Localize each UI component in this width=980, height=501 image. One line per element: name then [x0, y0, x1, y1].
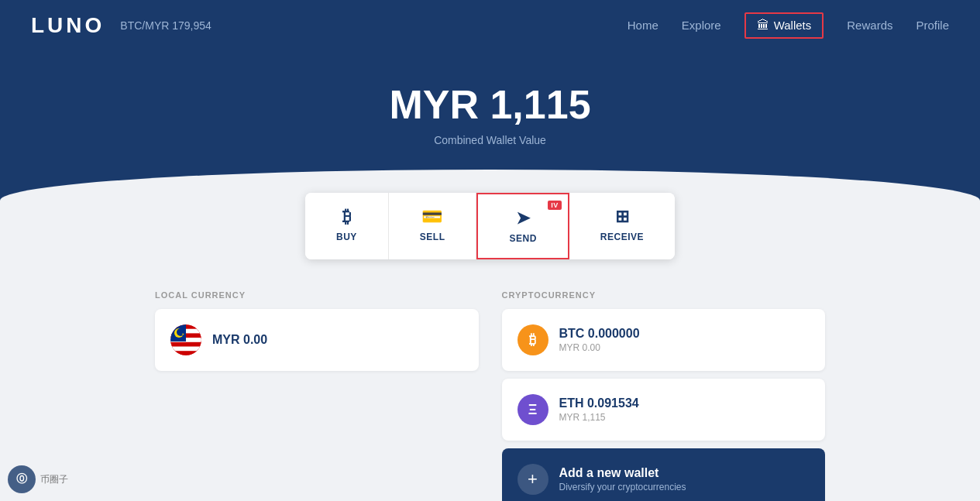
add-wallet-sub: Diversify your cryptocurrencies [559, 482, 686, 492]
nav-profile[interactable]: Profile [916, 19, 949, 32]
watermark: ⓪ 币圈子 [8, 465, 68, 493]
actions-card: ₿ BUY 💳 SELL ➤ SEND IV ⊞ RECEIVE [305, 193, 675, 259]
send-button[interactable]: ➤ SEND IV [476, 193, 569, 259]
btc-price: BTC/MYR 179,954 [120, 19, 211, 32]
eth-wallet-info: ETH 0.091534 MYR 1,115 [559, 396, 639, 423]
actions-wrapper: ₿ BUY 💳 SELL ➤ SEND IV ⊞ RECEIVE [0, 193, 980, 259]
main-content: LOCAL CURRENCY [0, 259, 980, 501]
btc-wallet-info: BTC 0.000000 MYR 0.00 [559, 327, 640, 353]
malaysia-flag-icon [170, 324, 201, 355]
myr-wallet-info: MYR 0.00 [212, 333, 267, 347]
header: LUNO BTC/MYR 179,954 Home Explore 🏛 Wall… [0, 0, 980, 50]
btc-wallet-card[interactable]: ₿ BTC 0.000000 MYR 0.00 [502, 309, 826, 371]
btc-amount: BTC 0.000000 [559, 327, 640, 341]
add-wallet-icon: + [518, 464, 548, 495]
watermark-text: 币圈子 [40, 473, 68, 486]
sell-icon: 💳 [421, 207, 443, 227]
send-badge: IV [548, 201, 562, 210]
sell-button[interactable]: 💳 SELL [389, 193, 477, 259]
nav: Home Explore 🏛 Wallets Rewards Profile [628, 12, 949, 39]
hero-amount: MYR 1,115 [0, 81, 980, 128]
receive-button[interactable]: ⊞ RECEIVE [569, 193, 675, 259]
eth-myr-value: MYR 1,115 [559, 412, 639, 423]
send-icon: ➤ [516, 208, 531, 228]
eth-amount: ETH 0.091534 [559, 396, 639, 410]
buy-button[interactable]: ₿ BUY [305, 193, 389, 259]
eth-wallet-card[interactable]: Ξ ETH 0.091534 MYR 1,115 [502, 379, 826, 441]
nav-explore[interactable]: Explore [682, 19, 721, 32]
add-wallet-info: Add a new wallet Diversify your cryptocu… [559, 466, 686, 492]
hero-section: MYR 1,115 Combined Wallet Value [0, 50, 980, 216]
watermark-icon: ⓪ [8, 465, 36, 493]
receive-icon: ⊞ [615, 207, 630, 227]
add-wallet-card[interactable]: + Add a new wallet Diversify your crypto… [502, 448, 826, 501]
local-currency-label: LOCAL CURRENCY [155, 290, 479, 300]
nav-home[interactable]: Home [628, 19, 658, 32]
svg-rect-6 [170, 351, 201, 355]
btc-icon: ₿ [518, 324, 548, 355]
wallets-icon: 🏛 [757, 19, 769, 33]
btc-myr-value: MYR 0.00 [559, 342, 640, 353]
myr-amount: MYR 0.00 [212, 333, 267, 347]
local-currency-section: LOCAL CURRENCY [155, 290, 479, 501]
crypto-label: CRYPTOCURRENCY [502, 290, 826, 300]
crypto-section: CRYPTOCURRENCY ₿ BTC 0.000000 MYR 0.00 Ξ… [502, 290, 826, 501]
eth-icon: Ξ [518, 394, 548, 425]
logo: LUNO [31, 13, 105, 38]
myr-wallet-card[interactable]: MYR 0.00 [155, 309, 479, 371]
nav-rewards[interactable]: Rewards [847, 19, 892, 32]
svg-point-10 [177, 328, 184, 336]
hero-label: Combined Wallet Value [0, 134, 980, 146]
svg-rect-5 [170, 342, 201, 347]
add-wallet-label: Add a new wallet [559, 466, 686, 480]
nav-wallets[interactable]: 🏛 Wallets [744, 12, 824, 39]
buy-icon: ₿ [342, 207, 352, 227]
